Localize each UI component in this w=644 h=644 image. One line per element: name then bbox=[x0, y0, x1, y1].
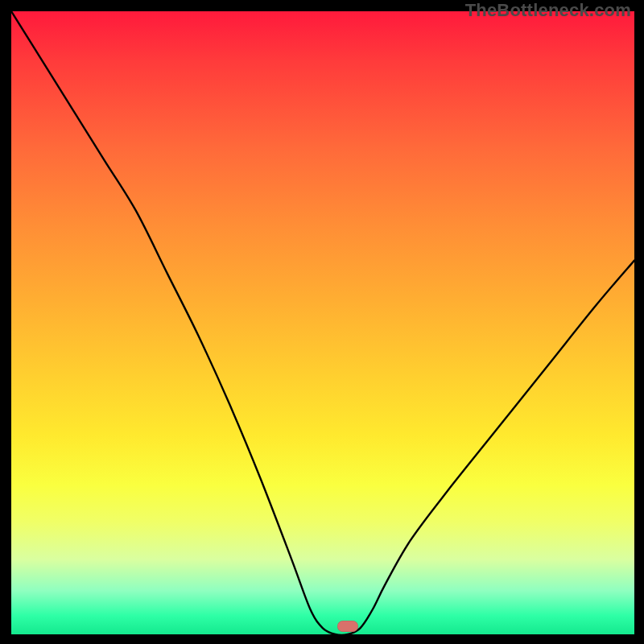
plot-area bbox=[11, 11, 634, 634]
chart-frame: TheBottleneck.com bbox=[0, 0, 644, 644]
bottleneck-curve bbox=[11, 11, 634, 634]
optimum-marker bbox=[337, 621, 358, 632]
watermark-text: TheBottleneck.com bbox=[465, 0, 631, 21]
